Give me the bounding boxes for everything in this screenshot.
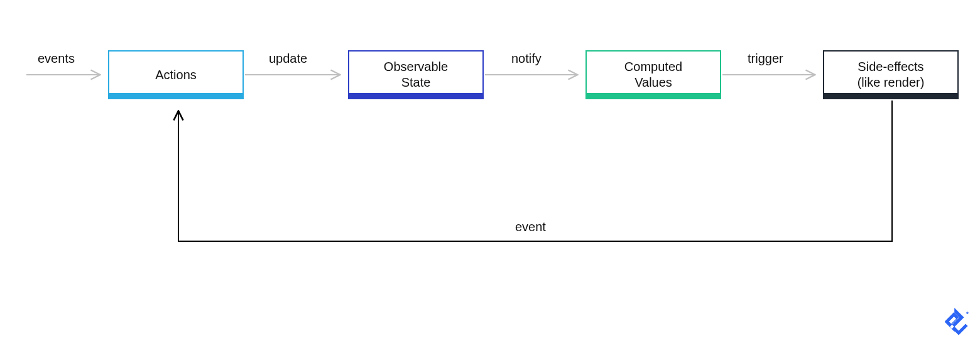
node-state-label: ObservableState (384, 59, 448, 90)
toptal-logo-icon: R (945, 308, 969, 337)
node-computed-underline (585, 93, 721, 99)
node-effects-underline (823, 93, 959, 99)
node-actions-underline (108, 93, 244, 99)
node-computed-label: ComputedValues (624, 59, 682, 90)
edge-label-events: events (38, 52, 75, 66)
edge-label-trigger: trigger (748, 52, 783, 66)
node-effects-label: Side-effects(like render) (858, 59, 925, 90)
edge-label-update: update (269, 52, 307, 66)
node-state: ObservableState (348, 50, 484, 99)
node-actions-label: Actions (155, 67, 197, 83)
node-actions: Actions (108, 50, 244, 99)
node-computed: ComputedValues (585, 50, 721, 99)
svg-text:R: R (967, 312, 969, 315)
toptal-logo: R (945, 308, 969, 339)
edge-label-notify: notify (511, 52, 542, 66)
node-effects: Side-effects(like render) (823, 50, 959, 99)
edge-label-event: event (515, 220, 546, 234)
diagram-canvas: events update notify trigger event Actio… (0, 0, 980, 348)
node-state-underline (348, 93, 484, 99)
